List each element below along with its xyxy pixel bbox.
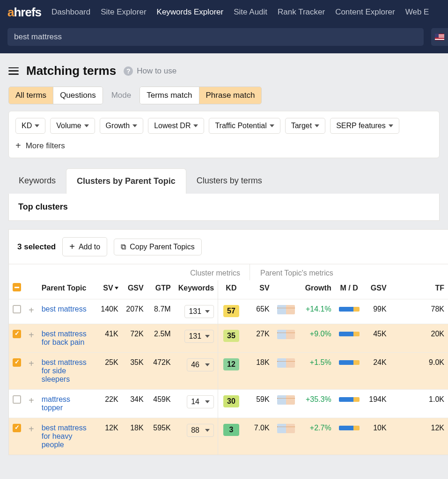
- page-header: Matching terms ? How to use: [0, 53, 448, 87]
- expand-icon[interactable]: +: [29, 358, 34, 369]
- cell-tp: 78K: [390, 299, 448, 324]
- col-gsv2[interactable]: GSV: [363, 280, 390, 299]
- cell-sv2: 18K: [244, 353, 273, 390]
- parent-topic-link[interactable]: best mattress for heavy people: [42, 424, 87, 449]
- cell-tp: 9.0K: [390, 353, 448, 390]
- md-bar: [339, 397, 360, 402]
- table-toolbar: 3 selected +Add to ⧉Copy Parent Topics: [9, 230, 448, 264]
- nav-content-explorer[interactable]: Content Explorer: [335, 7, 395, 17]
- row-checkbox[interactable]: [13, 395, 21, 404]
- plus-icon: +: [69, 241, 75, 252]
- col-growth[interactable]: Growth: [299, 280, 335, 299]
- results-table: 3 selected +Add to ⧉Copy Parent Topics C…: [8, 229, 448, 455]
- col-kd[interactable]: KD: [218, 280, 244, 299]
- menu-icon[interactable]: [8, 67, 19, 75]
- expand-icon[interactable]: +: [29, 305, 34, 315]
- md-bar: [339, 426, 360, 430]
- cell-growth: +1.5%: [299, 353, 335, 390]
- cell-gsv: 18K: [122, 418, 147, 455]
- cell-sv2: 59K: [244, 390, 273, 418]
- cell-growth: +14.1%: [299, 299, 335, 324]
- add-to-button[interactable]: +Add to: [62, 237, 107, 256]
- cell-growth: +35.3%: [299, 390, 335, 418]
- table-row: +best mattress for heavy people12K18K595…: [9, 418, 448, 455]
- col-tp[interactable]: TF: [390, 280, 448, 299]
- row-checkbox[interactable]: [13, 330, 21, 338]
- parent-topic-link[interactable]: best mattress for side sleepers: [42, 358, 87, 383]
- tab-keywords[interactable]: Keywords: [8, 168, 66, 194]
- how-to-use-link[interactable]: ? How to use: [124, 66, 176, 76]
- col-sv2[interactable]: SV: [244, 280, 273, 299]
- cell-gsv2: 24K: [363, 353, 390, 390]
- nav-site-audit[interactable]: Site Audit: [234, 7, 267, 17]
- nav-rank-tracker[interactable]: Rank Tracker: [278, 7, 325, 17]
- metrics-group-header: Cluster metrics Parent Topic's metrics: [9, 264, 448, 280]
- col-keywords[interactable]: Keywords: [175, 280, 218, 299]
- col-gsv[interactable]: GSV: [122, 280, 147, 299]
- nav-site-explorer[interactable]: Site Explorer: [101, 7, 146, 17]
- phrase-match-button[interactable]: Phrase match: [199, 87, 262, 104]
- kd-badge: 57: [223, 305, 239, 317]
- sparkline-icon: [277, 424, 295, 433]
- top-nav: ahrefs DashboardSite ExplorerKeywords Ex…: [0, 0, 448, 24]
- tab-clusters-by-parent-topic[interactable]: Clusters by Parent Topic: [66, 168, 186, 194]
- segment-row: All terms Questions Mode Terms match Phr…: [0, 87, 448, 111]
- match-segment: Terms match Phrase match: [140, 87, 262, 104]
- chevron-down-icon: [193, 124, 198, 127]
- filter-traffic-potential[interactable]: Traffic Potential: [209, 118, 280, 134]
- search-input[interactable]: best mattress: [7, 28, 424, 46]
- filter-target[interactable]: Target: [285, 118, 325, 134]
- cell-sv2: 65K: [244, 299, 273, 324]
- row-checkbox[interactable]: [13, 358, 21, 367]
- all-terms-button[interactable]: All terms: [9, 87, 53, 104]
- col-gtp[interactable]: GTP: [147, 280, 175, 299]
- cell-gsv2: 194K: [363, 390, 390, 418]
- cell-sv: 25K: [96, 353, 122, 390]
- filter-volume[interactable]: Volume: [50, 118, 95, 134]
- questions-button[interactable]: Questions: [53, 87, 103, 104]
- filter-kd[interactable]: KD: [15, 118, 45, 134]
- keywords-dropdown[interactable]: 46: [187, 358, 214, 371]
- tabs-row: KeywordsClusters by Parent TopicClusters…: [8, 168, 440, 194]
- col-sv[interactable]: SV: [96, 280, 122, 299]
- terms-match-button[interactable]: Terms match: [140, 87, 198, 104]
- nav-dashboard[interactable]: Dashboard: [51, 7, 90, 17]
- sparkline-icon: [277, 395, 295, 405]
- filter-growth[interactable]: Growth: [100, 118, 144, 134]
- select-all-checkbox[interactable]: [13, 283, 21, 291]
- page-title: Matching terms: [26, 64, 116, 78]
- copy-parent-topics-button[interactable]: ⧉Copy Parent Topics: [114, 239, 201, 255]
- expand-icon[interactable]: +: [29, 424, 34, 434]
- col-parent-topic[interactable]: Parent Topic: [38, 280, 96, 299]
- keywords-dropdown[interactable]: 131: [184, 305, 214, 318]
- parent-topic-link[interactable]: best mattress: [42, 305, 87, 313]
- expand-icon[interactable]: +: [29, 395, 34, 406]
- kd-badge: 3: [223, 424, 239, 436]
- expand-icon[interactable]: +: [29, 330, 34, 340]
- cell-gsv: 34K: [122, 390, 147, 418]
- top-clusters-header: Top clusters: [8, 194, 440, 221]
- more-filters-button[interactable]: + More filters: [15, 140, 433, 151]
- country-selector[interactable]: [431, 28, 448, 46]
- chevron-down-icon: [84, 124, 89, 127]
- nav-keywords-explorer[interactable]: Keywords Explorer: [157, 7, 224, 17]
- table-row: +best mattress for side sleepers25K35K47…: [9, 353, 448, 390]
- cell-growth: +2.7%: [299, 418, 335, 455]
- search-bar-row: best mattress: [0, 24, 448, 53]
- parent-topic-link[interactable]: best mattress for back pain: [42, 330, 87, 346]
- row-checkbox[interactable]: [13, 305, 21, 313]
- filter-serp-features[interactable]: SERP features: [330, 118, 399, 134]
- filter-lowest-dr[interactable]: Lowest DR: [148, 118, 204, 134]
- logo[interactable]: ahrefs: [7, 5, 41, 20]
- filters-panel: KDVolumeGrowthLowest DRTraffic Potential…: [8, 111, 440, 158]
- keywords-dropdown[interactable]: 14: [187, 395, 214, 408]
- cell-gtp: 459K: [147, 390, 175, 418]
- row-checkbox[interactable]: [13, 424, 21, 432]
- parent-topic-link[interactable]: mattress topper: [42, 395, 70, 412]
- keywords-dropdown[interactable]: 88: [187, 424, 214, 437]
- tab-clusters-by-terms[interactable]: Clusters by terms: [186, 168, 272, 194]
- keywords-dropdown[interactable]: 131: [184, 330, 214, 343]
- col-md[interactable]: M / D: [335, 280, 363, 299]
- cell-tp: 12K: [390, 418, 448, 455]
- nav-web-e[interactable]: Web E: [405, 7, 429, 17]
